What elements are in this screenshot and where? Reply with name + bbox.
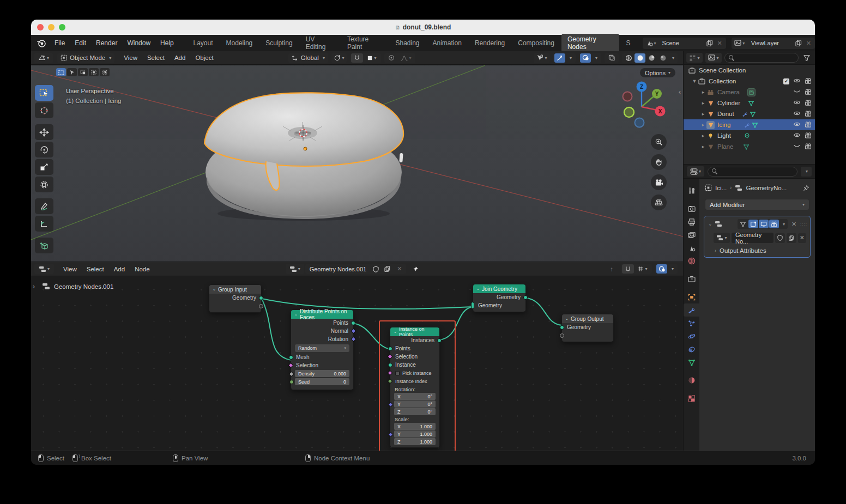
node-overlays-toggle[interactable] <box>656 264 667 274</box>
overlays-dropdown[interactable]: ▾ <box>591 53 600 63</box>
socket-geometry-multi-input[interactable] <box>471 302 474 309</box>
breadcrumb-pin-icon[interactable] <box>803 185 809 191</box>
props-tab-material[interactable] <box>684 374 699 387</box>
tool-measure[interactable] <box>35 216 53 232</box>
disable-render-camera-icon[interactable] <box>805 122 812 129</box>
pivot-point-dropdown[interactable]: ▾ <box>331 53 347 63</box>
properties-options-dropdown[interactable]: ▾ <box>801 167 812 177</box>
remove-modifier-icon[interactable]: ✕ <box>790 221 798 228</box>
node-menu-node[interactable]: Node <box>130 266 155 272</box>
transform-orientation-dropdown[interactable]: Global▾ <box>288 53 328 63</box>
shading-material-icon[interactable] <box>646 53 657 63</box>
toggle-edit-mode-icon[interactable] <box>748 220 758 228</box>
navigation-gizmo[interactable]: Z Y X <box>615 78 668 131</box>
scale-x-field[interactable]: X1.000 <box>394 423 436 430</box>
select-mode-tweak-icon[interactable] <box>67 68 77 76</box>
workspace-tab-layout[interactable]: Layout <box>188 38 219 48</box>
new-scene-copy-icon[interactable] <box>705 39 715 47</box>
select-mode-extend-icon[interactable] <box>100 68 110 76</box>
disable-render-camera-icon[interactable] <box>805 89 812 96</box>
menu-render[interactable]: Render <box>91 39 122 47</box>
socket-points-output[interactable] <box>351 321 355 325</box>
props-tab-physics[interactable] <box>684 330 699 343</box>
menu-window[interactable]: Window <box>122 39 155 47</box>
select-mode-circle-icon[interactable] <box>78 68 88 76</box>
workspace-tab-shading[interactable]: Shading <box>389 38 425 48</box>
rotation-y-field[interactable]: Y0° <box>394 400 436 408</box>
select-mode-lasso-icon[interactable] <box>89 68 99 76</box>
props-tab-world[interactable] <box>684 254 699 268</box>
tool-transform[interactable] <box>35 177 53 192</box>
viewport-menu-object[interactable]: Object <box>190 54 218 61</box>
socket-geometry-output[interactable] <box>259 296 263 300</box>
expand-arrow[interactable]: ▸ <box>700 89 706 95</box>
node-overlays-dropdown[interactable]: ▾ <box>668 264 676 274</box>
workspace-tab-uv-editing[interactable]: UV Editing <box>300 34 340 52</box>
viewport-menu-view[interactable]: View <box>119 54 142 61</box>
pin-icon[interactable] <box>409 264 421 274</box>
breadcrumb-object[interactable]: Ici... <box>715 185 727 191</box>
outliner-row-cylinder[interactable]: ▸ Cylinder <box>684 98 815 108</box>
camera-view-button[interactable] <box>651 174 667 190</box>
menu-file[interactable]: File <box>50 39 70 47</box>
outliner-display-mode-dropdown[interactable]: ▾ <box>686 53 703 63</box>
tool-scale[interactable] <box>35 159 53 175</box>
viewlayer-name[interactable]: ViewLayer <box>747 40 794 46</box>
workspace-tab-rendering[interactable]: Rendering <box>469 38 511 48</box>
rotation-x-field[interactable]: X0° <box>394 393 436 400</box>
socket-virtual-output[interactable] <box>259 304 263 308</box>
workspace-tab-animation[interactable]: Animation <box>427 38 468 48</box>
outliner-filter-funnel-icon[interactable] <box>801 53 812 63</box>
nodetree-name-field[interactable]: Geometry Nodes.001 ✕ <box>305 264 407 274</box>
node-instance-on-points[interactable]: ⌄Instance on Points Instances Points Sel… <box>390 327 440 448</box>
shading-solid-icon[interactable] <box>634 53 645 63</box>
editor-type-geometry-nodes-icon[interactable]: ▾ <box>34 264 54 274</box>
node-menu-add[interactable]: Add <box>109 266 130 272</box>
workspace-tab-compositing[interactable]: Compositing <box>512 38 560 48</box>
props-tab-constraints[interactable] <box>684 343 699 356</box>
3d-viewport[interactable]: User Perspective (1) Collection | Icing … <box>31 65 683 262</box>
zoom-view-button[interactable] <box>651 134 667 150</box>
scene-name[interactable]: Scene <box>658 40 705 46</box>
editor-type-3d-viewport-icon[interactable]: ▾ <box>34 53 53 63</box>
disable-render-camera-icon[interactable] <box>805 100 812 107</box>
toggle-ortho-grid-button[interactable] <box>651 195 667 210</box>
socket-mesh-input[interactable] <box>289 355 293 360</box>
hide-viewport-eye-closed-icon[interactable] <box>793 89 801 95</box>
fake-user-shield-icon[interactable] <box>371 265 380 274</box>
node-group-name-field[interactable]: Geometry No... <box>732 233 774 243</box>
outliner-row-camera[interactable]: ▸ Camera <box>684 87 815 98</box>
outliner-search-input[interactable] <box>724 53 799 63</box>
new-viewlayer-copy-icon[interactable] <box>794 39 803 47</box>
workspace-tab-sculpting[interactable]: Sculpting <box>259 38 298 48</box>
node-group-datablock-icon[interactable]: ▾ <box>714 233 730 243</box>
editor-type-properties-icon[interactable]: ▾ <box>687 166 704 177</box>
props-tab-view-layer[interactable] <box>684 228 699 241</box>
hide-viewport-eye-icon[interactable] <box>793 132 801 139</box>
unlink-nodetree-icon[interactable]: ✕ <box>394 265 404 272</box>
node-snap-target-dropdown[interactable]: ▾ <box>634 264 651 274</box>
socket-geometry-output[interactable] <box>523 295 528 300</box>
scene-datablock-icon[interactable]: ▾ <box>644 39 658 48</box>
output-attributes-subpanel[interactable]: ›Output Attributes <box>715 247 806 254</box>
proportional-falloff-dropdown[interactable]: ▾ <box>398 53 414 63</box>
socket-geometry-input[interactable] <box>560 325 564 330</box>
outliner-row-collection[interactable]: ▼ Collection ✓ <box>684 76 815 87</box>
object-visibility-dropdown[interactable]: ▾ <box>534 53 550 63</box>
node-canvas[interactable]: › Geometry Nodes.001 ⌄Group Input Geomet… <box>31 276 683 451</box>
props-tab-texture[interactable] <box>684 392 699 405</box>
node-menu-select[interactable]: Select <box>82 266 109 272</box>
scale-y-field[interactable]: Y1.000 <box>394 430 436 438</box>
menu-help[interactable]: Help <box>155 39 179 47</box>
expand-arrow[interactable]: ▼ <box>691 78 698 84</box>
outliner-filter-collection-dropdown[interactable]: ▾ <box>705 53 722 63</box>
hide-viewport-eye-icon[interactable] <box>793 122 801 128</box>
disable-render-camera-icon[interactable] <box>805 111 812 118</box>
tool-move[interactable] <box>35 124 53 140</box>
density-field[interactable]: Density0.000 <box>295 370 349 377</box>
nodetree-datablock-icon[interactable]: ▾ <box>286 264 304 274</box>
blender-logo-icon[interactable] <box>37 38 46 48</box>
copy-node-group-icon[interactable] <box>787 233 796 243</box>
pan-view-hand-button[interactable] <box>651 154 667 170</box>
copy-nodetree-icon[interactable] <box>383 265 392 274</box>
